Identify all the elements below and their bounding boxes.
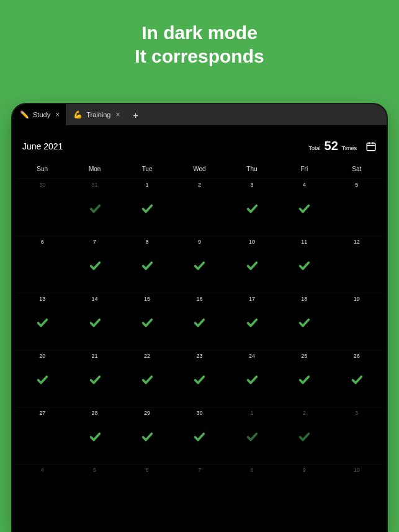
calendar-day[interactable]: 16 <box>173 293 225 350</box>
weekday-label: Sat <box>331 162 383 179</box>
day-number: 20 <box>39 353 45 359</box>
day-number: 1 <box>146 182 149 188</box>
tab-bar: ✏️Study×💪Training× + <box>12 104 387 125</box>
promo-line1: In dark mode <box>0 21 399 45</box>
check-icon <box>245 202 259 215</box>
day-number: 7 <box>93 239 96 245</box>
day-number: 8 <box>146 239 149 245</box>
check-icon <box>245 259 259 272</box>
day-number: 9 <box>198 239 201 245</box>
calendar-day[interactable]: 7 <box>68 236 120 293</box>
day-number: 8 <box>250 467 253 473</box>
calendar-day[interactable]: 5 <box>331 179 383 236</box>
calendar-day[interactable]: 6 <box>121 464 173 521</box>
close-icon[interactable]: × <box>55 110 60 119</box>
day-number: 18 <box>301 296 307 302</box>
calendar-day[interactable]: 1 <box>121 179 173 236</box>
calendar-day[interactable]: 26 <box>331 350 383 407</box>
check-icon <box>88 202 102 215</box>
calendar-day[interactable]: 6 <box>16 236 68 293</box>
calendar-day[interactable]: 4 <box>278 179 330 236</box>
calendar-day[interactable]: 14 <box>68 293 120 350</box>
day-number: 4 <box>303 182 306 188</box>
day-number: 2 <box>303 410 306 416</box>
calendar-day[interactable]: 9 <box>278 464 330 521</box>
app-window: ✏️Study×💪Training× + June 2021 Total 52 … <box>12 104 387 532</box>
day-number: 12 <box>354 239 360 245</box>
calendar-day[interactable]: 19 <box>331 293 383 350</box>
day-number: 15 <box>144 296 150 302</box>
calendar-day[interactable]: 10 <box>226 236 278 293</box>
calendar-day[interactable]: 4 <box>16 464 68 521</box>
check-icon <box>297 316 311 329</box>
tab-emoji-icon: ✏️ <box>20 110 29 119</box>
calendar-day[interactable]: 30 <box>16 179 68 236</box>
calendar-day[interactable]: 11 <box>278 236 330 293</box>
promo-line2: It corresponds <box>0 45 399 68</box>
calendar-day[interactable]: 2 <box>173 179 225 236</box>
calendar-day[interactable]: 2 <box>278 407 330 464</box>
calendar-day[interactable]: 3 <box>226 179 278 236</box>
calendar-day[interactable]: 1 <box>226 407 278 464</box>
calendar-day[interactable]: 28 <box>68 407 120 464</box>
day-number: 4 <box>41 467 44 473</box>
day-number: 27 <box>39 410 45 416</box>
day-number: 19 <box>354 296 360 302</box>
calendar-day[interactable]: 17 <box>226 293 278 350</box>
calendar-icon[interactable] <box>365 141 377 152</box>
calendar-day[interactable]: 23 <box>173 350 225 407</box>
calendar-day[interactable]: 30 <box>173 407 225 464</box>
day-number: 3 <box>250 182 253 188</box>
calendar-day[interactable]: 25 <box>278 350 330 407</box>
check-icon <box>140 202 154 215</box>
day-number: 14 <box>92 296 98 302</box>
calendar-day[interactable]: 18 <box>278 293 330 350</box>
check-icon <box>140 430 154 443</box>
calendar-day[interactable]: 13 <box>16 293 68 350</box>
calendar-day[interactable]: 15 <box>121 293 173 350</box>
check-icon <box>35 316 49 329</box>
calendar-day[interactable]: 12 <box>331 236 383 293</box>
calendar-day[interactable]: 24 <box>226 350 278 407</box>
tab-study[interactable]: ✏️Study× <box>12 104 66 125</box>
day-number: 23 <box>196 353 202 359</box>
calendar-day[interactable]: 20 <box>16 350 68 407</box>
calendar-day[interactable]: 8 <box>121 236 173 293</box>
check-icon <box>192 316 206 329</box>
calendar-day[interactable]: 5 <box>68 464 120 521</box>
calendar-day[interactable]: 7 <box>173 464 225 521</box>
calendar-day[interactable]: 10 <box>331 464 383 521</box>
calendar-day[interactable]: 9 <box>173 236 225 293</box>
total-stats: Total 52 Times <box>309 139 377 153</box>
weekday-label: Sun <box>16 162 68 179</box>
day-number: 10 <box>249 239 255 245</box>
check-icon <box>245 316 259 329</box>
svg-rect-0 <box>367 143 375 150</box>
day-number: 10 <box>354 467 360 473</box>
calendar-day[interactable]: 21 <box>68 350 120 407</box>
promo-headline: In dark mode It corresponds <box>0 0 399 68</box>
day-number: 2 <box>198 182 201 188</box>
day-number: 26 <box>354 353 360 359</box>
day-number: 31 <box>92 182 98 188</box>
check-icon <box>88 316 102 329</box>
weekday-row: SunMonTueWedThuFriSat <box>12 162 387 179</box>
check-icon <box>297 373 311 386</box>
day-number: 24 <box>249 353 255 359</box>
day-number: 6 <box>146 467 149 473</box>
calendar-day[interactable]: 3 <box>331 407 383 464</box>
check-icon <box>88 430 102 443</box>
day-number: 5 <box>93 467 96 473</box>
calendar-day[interactable]: 29 <box>121 407 173 464</box>
close-icon[interactable]: × <box>116 110 120 119</box>
weekday-label: Thu <box>226 162 278 179</box>
calendar-day[interactable]: 22 <box>121 350 173 407</box>
calendar-day[interactable]: 8 <box>226 464 278 521</box>
day-number: 22 <box>144 353 150 359</box>
tab-training[interactable]: 💪Training× <box>66 104 126 125</box>
check-icon <box>192 430 206 443</box>
calendar-day[interactable]: 31 <box>68 179 120 236</box>
new-tab-button[interactable]: + <box>127 104 145 125</box>
day-number: 13 <box>39 296 45 302</box>
calendar-day[interactable]: 27 <box>16 407 68 464</box>
